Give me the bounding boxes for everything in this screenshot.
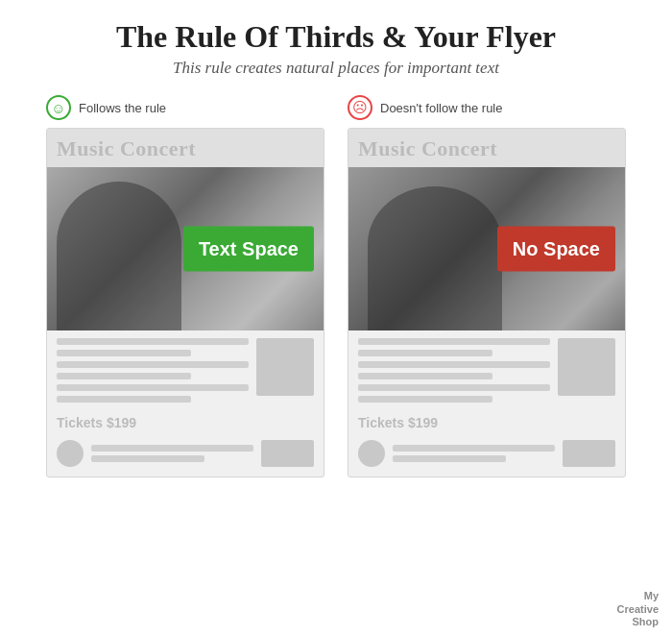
footer-block-bad [563, 440, 615, 467]
line [358, 396, 492, 403]
avatar-good [57, 440, 84, 467]
footer-lines-good [91, 445, 253, 462]
flyer-bad-content [348, 330, 625, 411]
footer-block-good [261, 440, 314, 467]
page: The Rule Of Thirds & Your Flyer This rul… [0, 0, 672, 636]
lines-left-1 [57, 338, 249, 403]
flyer-bad: Music Concert No Space [348, 128, 626, 477]
line [358, 338, 550, 345]
line [393, 455, 506, 462]
line [57, 396, 191, 403]
smiley-good-icon: ☺ [46, 95, 71, 120]
silhouette-right [368, 186, 502, 330]
block-square-1 [256, 338, 314, 396]
tickets-good: Tickets $199 [47, 411, 324, 434]
lines-left-2 [358, 338, 550, 403]
watermark: My Creative Shop [617, 590, 659, 628]
line [57, 384, 249, 391]
panel-good-text: Follows the rule [79, 101, 166, 115]
line [91, 445, 253, 452]
line [393, 445, 555, 452]
footer-bad [348, 434, 625, 467]
text-space-badge: Text Space [183, 227, 314, 272]
line [57, 361, 249, 368]
flyer-bad-image: No Space [348, 167, 625, 330]
watermark-shop: Shop [633, 616, 660, 627]
line [91, 455, 204, 462]
panel-bad-label: ☹ Doesn't follow the rule [348, 95, 503, 120]
line [358, 361, 550, 368]
panels-container: ☺ Follows the rule Music Concert Text Sp… [29, 95, 643, 477]
main-title: The Rule Of Thirds & Your Flyer [116, 19, 556, 55]
block-square-2 [558, 338, 615, 396]
watermark-creative: Creative [617, 603, 659, 615]
panel-good-label: ☺ Follows the rule [46, 95, 166, 120]
no-space-badge: No Space [497, 227, 615, 272]
watermark-my: My [644, 590, 659, 601]
smiley-bad-icon: ☹ [348, 95, 372, 120]
flyer-good: Music Concert Text Space [46, 128, 324, 477]
flyer-good-image: Text Space [47, 167, 324, 330]
line [57, 338, 249, 345]
content-row-2 [358, 338, 615, 403]
panel-bad: ☹ Doesn't follow the rule Music Concert … [348, 95, 626, 477]
line [358, 373, 492, 379]
flyer-bad-title: Music Concert [348, 129, 625, 167]
line [358, 350, 492, 356]
line [57, 350, 191, 356]
line [358, 384, 550, 391]
footer-lines-bad [393, 445, 555, 462]
flyer-good-title: Music Concert [47, 129, 324, 167]
subtitle: This rule creates natural places for imp… [173, 59, 499, 78]
panel-bad-text: Doesn't follow the rule [380, 101, 503, 115]
panel-good: ☺ Follows the rule Music Concert Text Sp… [46, 95, 324, 477]
content-row-1 [57, 338, 314, 403]
flyer-good-content [47, 330, 324, 411]
tickets-bad: Tickets $199 [348, 411, 625, 434]
avatar-bad [358, 440, 385, 467]
silhouette-left [57, 182, 181, 330]
footer-good [47, 434, 324, 467]
line [57, 373, 191, 379]
